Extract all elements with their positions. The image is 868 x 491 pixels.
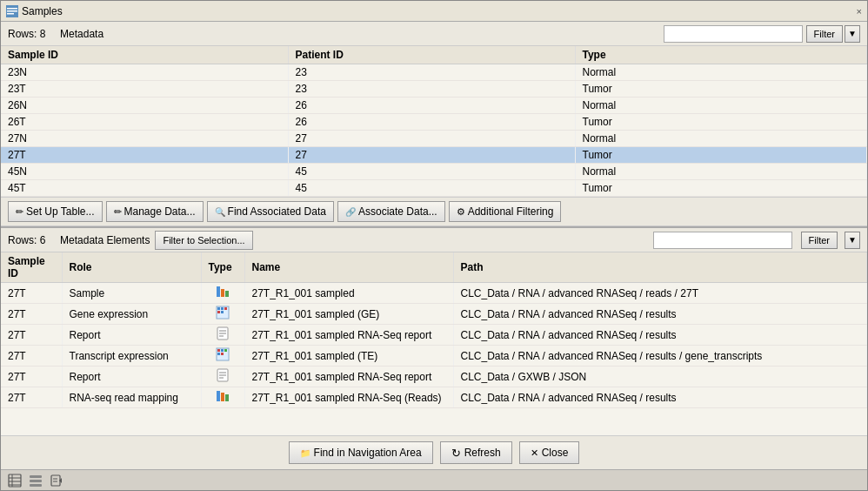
cell-b-path: CLC_Data / RNA / advanced RNASeq / reads…	[453, 283, 867, 304]
top-filter-dropdown[interactable]: ▼	[845, 25, 860, 43]
folder-icon	[300, 447, 310, 459]
bottom-table-row[interactable]: 27T Gene expression 27T_R1_001 sampled (…	[1, 304, 867, 325]
close-tab-button[interactable]: ×	[857, 6, 862, 17]
cell-b-path: CLC_Data / RNA / advanced RNASeq / resul…	[453, 304, 867, 325]
cell-type: Normal	[575, 164, 867, 180]
cell-patient-id: 27	[288, 147, 575, 164]
top-panel-header: Rows: 8 Metadata Filter ▼	[1, 22, 867, 46]
cell-patient-id: 26	[288, 114, 575, 131]
find-icon	[215, 205, 225, 218]
close-button[interactable]: Close	[519, 441, 580, 464]
status-bar	[1, 469, 867, 490]
find-associated-button[interactable]: Find Associated Data	[207, 201, 334, 222]
refresh-button[interactable]: Refresh	[440, 441, 512, 464]
bottom-table-row[interactable]: 27T Report 27T_R1_001 sampled RNA-Seq re…	[1, 367, 867, 387]
col-b-path: Path	[453, 252, 867, 283]
bottom-table-row[interactable]: 27T Transcript expression 27T_R1_001 sam…	[1, 346, 867, 367]
cell-sample-id: 45N	[1, 164, 288, 180]
bottom-filter-dropdown[interactable]: ▼	[845, 232, 860, 249]
close-icon	[531, 447, 538, 459]
title-bar: Samples ×	[1, 1, 867, 22]
cell-b-name: 27T_R1_001 sampled (TE)	[244, 346, 453, 367]
svg-rect-12	[221, 311, 224, 313]
cell-b-role: Report	[62, 367, 201, 387]
cell-patient-id: 23	[288, 81, 575, 98]
cell-sample-id: 45T	[1, 180, 288, 197]
top-table-row[interactable]: 27T 27 Tumor	[1, 147, 867, 164]
cell-b-path: CLC_Data / RNA / advanced RNASeq / resul…	[453, 387, 867, 408]
cell-patient-id: 26	[288, 98, 575, 114]
bottom-action-bar: Find in Navigation Area Refresh Close	[1, 435, 867, 469]
svg-rect-11	[217, 311, 220, 313]
svg-rect-1	[7, 8, 17, 10]
cell-b-sample-id: 27T	[1, 304, 62, 325]
cell-type: Tumor	[575, 81, 867, 98]
bottom-table-row[interactable]: 27T RNA-seq read mapping 27T_R1_001 samp…	[1, 387, 867, 408]
filter-extra-icon	[457, 205, 465, 218]
svg-rect-21	[217, 353, 220, 355]
filter-to-selection-button[interactable]: Filter to Selection...	[155, 231, 252, 250]
associate-data-button[interactable]: Associate Data...	[337, 201, 445, 222]
cell-b-type	[201, 283, 244, 304]
svg-rect-29	[225, 394, 229, 401]
export-icon[interactable]	[50, 474, 63, 488]
main-window: Samples × Rows: 8 Metadata Filter ▼ Samp…	[0, 0, 868, 491]
bottom-table-row[interactable]: 27T Sample 27T_R1_001 sampled CLC_Data /…	[1, 283, 867, 304]
col-b-type: Type	[201, 252, 244, 283]
svg-rect-20	[224, 349, 227, 352]
cell-b-type	[201, 346, 244, 367]
list-view-icon[interactable]	[29, 474, 43, 488]
pencil2-icon	[114, 205, 122, 218]
top-table-row[interactable]: 45N 45 Normal	[1, 164, 867, 180]
cell-type: Tumor	[575, 147, 867, 164]
top-filter-input[interactable]	[664, 25, 803, 43]
cell-b-role: Sample	[62, 283, 201, 304]
setup-table-button[interactable]: Set Up Table...	[8, 201, 103, 222]
cell-b-type	[201, 367, 244, 387]
col-b-name: Name	[244, 252, 453, 283]
svg-rect-28	[221, 393, 224, 401]
top-panel: Rows: 8 Metadata Filter ▼ Sample ID Pati…	[1, 22, 867, 226]
svg-rect-5	[221, 289, 224, 297]
cell-b-type	[201, 304, 244, 325]
svg-rect-2	[7, 10, 17, 12]
cell-type: Normal	[575, 64, 867, 81]
top-table-row[interactable]: 26T 26 Tumor	[1, 114, 867, 131]
svg-rect-18	[217, 349, 220, 352]
col-b-role: Role	[62, 252, 201, 283]
link-icon	[345, 205, 356, 218]
bottom-filter-input[interactable]	[653, 232, 792, 249]
col-patient-id: Patient ID	[288, 46, 575, 64]
cell-type: Tumor	[575, 114, 867, 131]
cell-b-role: Report	[62, 325, 201, 346]
additional-filtering-button[interactable]: Additional Filtering	[449, 201, 562, 222]
cell-b-sample-id: 27T	[1, 346, 62, 367]
svg-rect-9	[221, 307, 224, 310]
cell-b-path: CLC_Data / RNA / advanced RNASeq / resul…	[453, 346, 867, 367]
svg-rect-22	[221, 353, 224, 355]
cell-b-sample-id: 27T	[1, 325, 62, 346]
cell-b-path: CLC_Data / RNA / advanced RNASeq / resul…	[453, 325, 867, 346]
cell-b-type	[201, 325, 244, 346]
top-table-row[interactable]: 23T 23 Tumor	[1, 81, 867, 98]
cell-b-sample-id: 27T	[1, 283, 62, 304]
find-navigation-button[interactable]: Find in Navigation Area	[289, 441, 433, 464]
cell-patient-id: 45	[288, 180, 575, 197]
cell-b-name: 27T_R1_001 sampled RNA-Seq report	[244, 325, 453, 346]
bottom-table-area: Sample ID Role Type Name Path 27T Sample…	[1, 252, 867, 435]
svg-rect-3	[7, 13, 14, 15]
manage-data-button[interactable]: Manage Data...	[106, 201, 204, 222]
top-table-row[interactable]: 27N 27 Normal	[1, 131, 867, 147]
top-table-row[interactable]: 45T 45 Tumor	[1, 180, 867, 197]
bottom-filter-button[interactable]: Filter	[801, 232, 838, 249]
cell-b-name: 27T_R1_001 sampled (GE)	[244, 304, 453, 325]
table-view-icon[interactable]	[8, 474, 22, 488]
top-table-row[interactable]: 23N 23 Normal	[1, 64, 867, 81]
top-filter-button[interactable]: Filter	[806, 25, 843, 43]
cell-patient-id: 45	[288, 164, 575, 180]
window-icon	[6, 5, 18, 17]
top-table-row[interactable]: 26N 26 Normal	[1, 98, 867, 114]
cell-b-role: Gene expression	[62, 304, 201, 325]
cell-sample-id: 23T	[1, 81, 288, 98]
bottom-table-row[interactable]: 27T Report 27T_R1_001 sampled RNA-Seq re…	[1, 325, 867, 346]
